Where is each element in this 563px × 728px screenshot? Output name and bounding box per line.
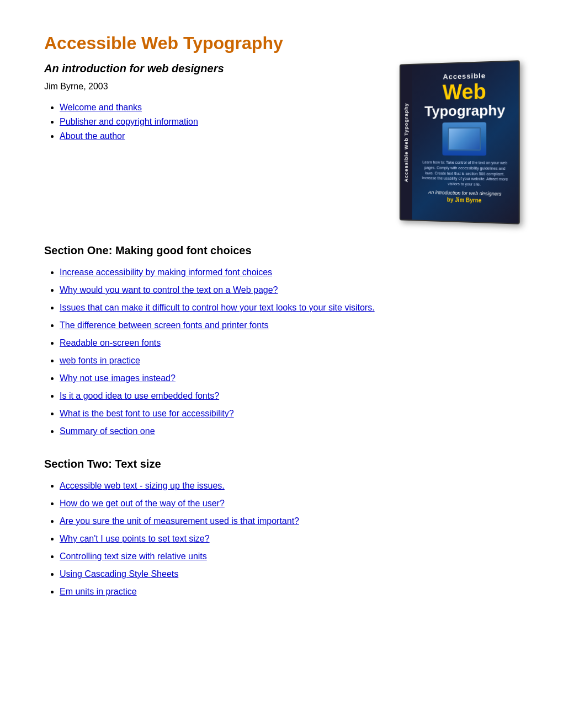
- section-link[interactable]: Is it a good idea to use embedded fonts?: [60, 391, 219, 400]
- section-links-list-section-two: Accessible web text - sizing up the issu…: [44, 479, 519, 598]
- book-small-text: Learn how to: Take control of the text o…: [419, 159, 511, 188]
- section-link[interactable]: Increase accessibility by making informe…: [60, 267, 272, 277]
- section-link-item: Why would you want to control the text o…: [60, 283, 519, 297]
- intro-link[interactable]: Publisher and copyright information: [60, 117, 198, 126]
- section-heading-section-two: Section Two: Text size: [44, 458, 519, 470]
- section-link-item: web fonts in practice: [60, 354, 519, 367]
- intro-links-list: Welcome and thanksPublisher and copyrigh…: [44, 103, 375, 141]
- section-link[interactable]: Issues that can make it difficult to con…: [60, 303, 375, 312]
- section-link[interactable]: Summary of section one: [60, 426, 155, 436]
- book-by-text: by Jim Byrne: [447, 197, 482, 204]
- section-link-item: Are you sure the unit of measurement use…: [60, 515, 519, 528]
- section-link-item: Controlling text size with relative unit…: [60, 550, 519, 563]
- intro-link-item: Welcome and thanks: [60, 103, 375, 113]
- section-link-item: Em units in practice: [60, 585, 519, 598]
- book-intro-text: An introduction for web designers: [428, 190, 501, 197]
- section-link-item: Using Cascading Style Sheets: [60, 568, 519, 581]
- book-monitor-screen: [448, 127, 481, 151]
- section-heading-section-one: Section One: Making good font choices: [44, 244, 519, 257]
- book-web-label: Web: [443, 81, 486, 103]
- book-side-text: Accessible Web Typography: [401, 65, 412, 220]
- book-cover: Accessible Web Typography Accessible Web…: [400, 60, 520, 224]
- section-link[interactable]: Using Cascading Style Sheets: [60, 569, 178, 579]
- section-link[interactable]: Are you sure the unit of measurement use…: [60, 516, 299, 526]
- section-link[interactable]: Em units in practice: [60, 587, 137, 596]
- section-link[interactable]: Controlling text size with relative unit…: [60, 552, 207, 561]
- book-monitor: [442, 122, 486, 156]
- section-link-item: How do we get out of the way of the user…: [60, 497, 519, 510]
- section-link[interactable]: Readable on-screen fonts: [60, 338, 161, 347]
- section-link-item: Why can't I use points to set text size?: [60, 532, 519, 545]
- section-link[interactable]: Why can't I use points to set text size?: [60, 534, 210, 543]
- intro-left: An introduction for web designers Jim By…: [44, 62, 375, 146]
- book-typography-label: Typography: [424, 103, 505, 119]
- section-link[interactable]: Why would you want to control the text o…: [60, 285, 278, 295]
- section-link-item: Is it a good idea to use embedded fonts?: [60, 389, 519, 403]
- author-info: Jim Byrne, 2003: [44, 82, 375, 92]
- intro-link-item: Publisher and copyright information: [60, 117, 375, 127]
- subtitle: An introduction for web designers: [44, 62, 375, 75]
- book-cover-container: Accessible Web Typography Accessible Web…: [397, 62, 519, 222]
- book-content: Accessible Web Typography Learn how to: …: [416, 66, 514, 218]
- section-link-item: Issues that can make it difficult to con…: [60, 301, 519, 314]
- section-block-section-two: Section Two: Text sizeAccessible web tex…: [44, 458, 519, 598]
- page-title: Accessible Web Typography: [44, 33, 519, 53]
- section-link[interactable]: What is the best font to use for accessi…: [60, 409, 234, 418]
- section-link-item: Readable on-screen fonts: [60, 336, 519, 350]
- intro-link[interactable]: About the author: [60, 131, 125, 141]
- section-link-item: What is the best font to use for accessi…: [60, 407, 519, 420]
- section-link[interactable]: Why not use images instead?: [60, 373, 176, 383]
- section-link-item: Accessible web text - sizing up the issu…: [60, 479, 519, 493]
- sections-container: Section One: Making good font choicesInc…: [44, 244, 519, 598]
- section-link[interactable]: How do we get out of the way of the user…: [60, 499, 225, 508]
- intro-section: An introduction for web designers Jim By…: [44, 62, 519, 222]
- section-block-section-one: Section One: Making good font choicesInc…: [44, 244, 519, 438]
- intro-link[interactable]: Welcome and thanks: [60, 103, 142, 112]
- section-link-item: The difference between screen fonts and …: [60, 319, 519, 332]
- intro-link-item: About the author: [60, 131, 375, 141]
- section-links-list-section-one: Increase accessibility by making informe…: [44, 266, 519, 438]
- section-link[interactable]: Accessible web text - sizing up the issu…: [60, 481, 225, 490]
- section-link[interactable]: web fonts in practice: [60, 356, 140, 365]
- section-link[interactable]: The difference between screen fonts and …: [60, 320, 269, 330]
- section-link-item: Why not use images instead?: [60, 372, 519, 385]
- section-link-item: Summary of section one: [60, 425, 519, 438]
- section-link-item: Increase accessibility by making informe…: [60, 266, 519, 279]
